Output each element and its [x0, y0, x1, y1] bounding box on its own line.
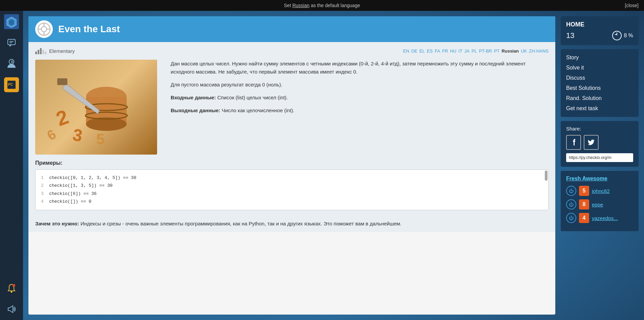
ide-svg: PC	[6, 79, 17, 91]
difficulty-row: Elementary EN DE EL ES FA FR HU IT JA PL…	[35, 47, 549, 54]
fresh-user-1[interactable]: johnc82	[592, 188, 610, 194]
problem-header: Even the Last	[28, 16, 555, 42]
home-number: 13	[566, 31, 574, 40]
lang-FR[interactable]: FR	[442, 48, 448, 54]
language-link[interactable]: Russian	[292, 3, 309, 8]
top-bar: Set Russian as the default language [clo…	[0, 0, 644, 11]
nav-next-task[interactable]: Get next task	[566, 105, 633, 112]
lang-HU[interactable]: HU	[450, 48, 456, 54]
scrollbar-indicator	[545, 171, 548, 181]
lang-UK[interactable]: UK	[521, 48, 527, 54]
notification-icon[interactable]	[4, 281, 19, 296]
description-p2: Для пустого массива результат всегда 0 (…	[171, 81, 549, 89]
svg-text:A: A	[11, 60, 13, 64]
svg-text:2: 2	[53, 105, 71, 131]
svg-marker-3	[9, 45, 12, 47]
fresh-score-1: 5	[579, 186, 589, 196]
fresh-power-3: ⏻	[566, 213, 576, 223]
svg-rect-28	[57, 78, 67, 85]
line-number-2: 2	[41, 182, 45, 189]
difficulty-indicator: Elementary	[35, 47, 75, 54]
fresh-power-1: ⏻	[566, 186, 576, 196]
share-buttons	[566, 135, 633, 150]
clock-icon	[612, 31, 622, 40]
fresh-row-3: ⏻ 4 yazeedos...	[566, 213, 633, 223]
facebook-share-button[interactable]	[566, 135, 581, 150]
lang-EN[interactable]: EN	[403, 48, 409, 54]
fresh-score-3: 4	[579, 213, 589, 223]
lang-ZH-HANS[interactable]: ZH-HANS	[529, 48, 549, 54]
svg-text:5: 5	[96, 131, 105, 148]
home-stats: 13 8 %	[566, 31, 633, 40]
lang-EL[interactable]: EL	[420, 48, 425, 54]
why-text: Индексы и срезы - очень важные элементы …	[79, 221, 402, 226]
lang-JA[interactable]: JA	[465, 48, 470, 54]
user-icon[interactable]: A	[4, 56, 19, 71]
nav-best-solutions[interactable]: Best Solutions	[566, 84, 633, 92]
input-description: Входные данные: Список (list) целых чисе…	[171, 94, 549, 102]
text-column: Дан массив целых чисел. Нужно найти сумм…	[171, 60, 549, 155]
code-line-1: 1 checkio([0, 1, 2, 3, 4, 5]) == 30	[41, 174, 543, 182]
logo-svg	[5, 16, 18, 28]
nav-rand-solution[interactable]: Rand. Solution	[566, 95, 633, 102]
code-line-4: 4 checkio([]) == 0	[41, 198, 543, 205]
description-p1: Дан массив целых чисел. Нужно найти сумм…	[171, 60, 549, 76]
lang-Russian[interactable]: Russian	[502, 48, 519, 54]
code-line-3: 3 checkio([6]) == 36	[41, 190, 543, 198]
problem-title: Even the Last	[58, 24, 120, 35]
nav-card: Story Solve it Discuss Best Solutions Ra…	[561, 49, 639, 117]
chat-icon[interactable]	[4, 35, 19, 50]
megaphone-icon[interactable]	[4, 302, 19, 317]
home-percent-value: 8 %	[624, 33, 633, 39]
home-label: HOME	[566, 21, 633, 28]
content-area: Even the Last Elementary	[23, 11, 644, 320]
twitter-icon	[587, 138, 595, 146]
main-content: Even the Last Elementary	[28, 16, 555, 315]
why-bold: Зачем это нужно:	[35, 221, 79, 226]
fresh-user-2[interactable]: eppe	[592, 202, 603, 207]
lang-DE[interactable]: DE	[411, 48, 417, 54]
lang-PL[interactable]: PL	[472, 48, 477, 54]
code-content-4: checkio([]) == 0	[49, 198, 91, 205]
difficulty-chart-icon	[35, 47, 46, 54]
code-content-1: checkio([0, 1, 2, 3, 4, 5]) == 30	[49, 174, 136, 182]
code-block: 1 checkio([0, 1, 2, 3, 4, 5]) == 30 2 ch…	[35, 169, 549, 210]
code-content-2: checkio([1, 3, 5]) == 30	[49, 182, 112, 189]
user-svg: A	[6, 58, 17, 69]
svg-text:6: 6	[44, 126, 58, 143]
why-section: Зачем это нужно: Индексы и срезы - очень…	[28, 216, 555, 232]
share-url[interactable]: https://py.checkio.org/m	[566, 153, 633, 162]
top-bar-message: Set Russian as the default language	[284, 3, 360, 8]
notification-svg	[7, 283, 16, 293]
fresh-score-2: 8	[579, 199, 589, 209]
main-layout: A PC	[0, 11, 644, 320]
lang-FA[interactable]: FA	[435, 48, 440, 54]
problem-body: Elementary EN DE EL ES FA FR HU IT JA PL…	[28, 42, 555, 160]
chat-svg	[7, 38, 16, 47]
nav-discuss[interactable]: Discuss	[566, 74, 633, 82]
language-links: EN DE EL ES FA FR HU IT JA PL PT-BR PT R…	[403, 48, 549, 54]
nav-solve[interactable]: Solve it	[566, 64, 633, 72]
fresh-power-2: ⏻	[566, 199, 576, 209]
left-sidebar: A PC	[0, 11, 23, 320]
fresh-awesome-title[interactable]: Fresh Awesome	[566, 176, 633, 182]
lang-IT[interactable]: IT	[458, 48, 463, 54]
svg-point-12	[13, 284, 15, 287]
lang-PT[interactable]: PT	[494, 48, 500, 54]
nav-story[interactable]: Story	[566, 54, 633, 61]
fresh-row-1: ⏻ 5 johnc82	[566, 186, 633, 196]
logo-icon[interactable]	[4, 14, 19, 29]
close-button[interactable]: [close]	[625, 3, 639, 8]
line-number-4: 4	[41, 198, 45, 205]
home-percentage: 8 %	[612, 31, 633, 40]
ide-icon[interactable]: PC	[4, 77, 19, 92]
twitter-share-button[interactable]	[584, 135, 599, 150]
share-card: Share: https://py.checkio.org/m	[561, 121, 639, 167]
right-sidebar: HOME 13 8 % Story Solve it Discuss Best …	[561, 16, 639, 315]
svg-text:PC: PC	[8, 83, 13, 86]
lang-PT-BR[interactable]: PT-BR	[479, 48, 492, 54]
content-columns: 2 3 5 6 Дан массив целых чисел. Нужно н	[35, 60, 549, 155]
lang-ES[interactable]: ES	[427, 48, 433, 54]
problem-image: 2 3 5 6	[35, 60, 157, 155]
fresh-user-3[interactable]: yazeedos...	[592, 215, 618, 221]
